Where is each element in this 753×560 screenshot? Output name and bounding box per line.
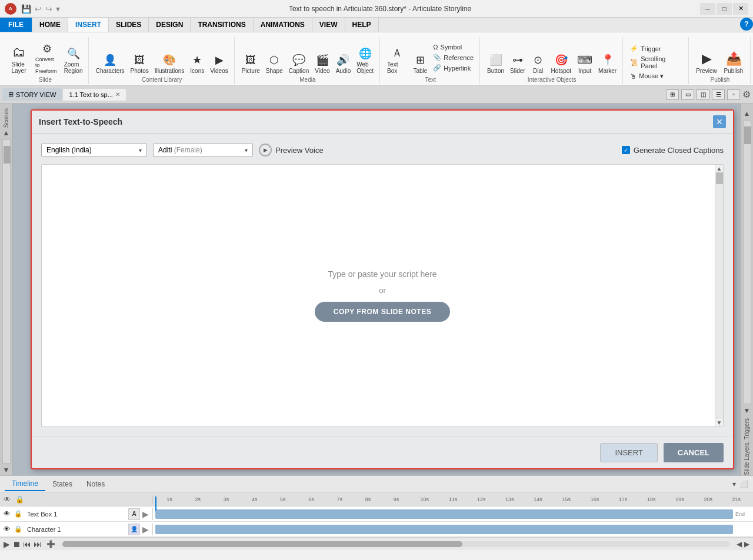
slider-button[interactable]: ⊶ Slider — [508, 52, 528, 75]
input-button[interactable]: ⌨ Input — [575, 52, 595, 75]
lock-character1-icon[interactable]: 🔒 — [14, 525, 22, 534]
slide-layer-button[interactable]: 🗂 SlideLayer — [6, 44, 32, 75]
hotspot-button[interactable]: 🎯 Hotspot — [549, 52, 574, 75]
view-normal-btn[interactable]: ⊞ — [666, 89, 679, 100]
prev-button[interactable]: ⏮ — [23, 539, 31, 549]
settings-button[interactable]: ⚙ — [742, 89, 751, 100]
add-layer-icon[interactable]: ➕ — [46, 540, 55, 548]
scrolling-panel-button[interactable]: 📜 Scrolling Panel — [628, 54, 685, 71]
preview-button[interactable]: ▶ Preview — [694, 50, 719, 75]
notes-tab[interactable]: Notes — [79, 478, 112, 491]
script-scroll-down[interactable]: ▼ — [715, 419, 723, 426]
copy-from-slide-notes-button[interactable]: COPY FROM SLIDE NOTES — [315, 302, 450, 322]
voice-dropdown[interactable]: Aditi (Female) ▾ — [153, 143, 253, 157]
textbox1-expand-icon[interactable]: ▶ — [142, 509, 149, 519]
view-small-btn[interactable]: ▫ — [727, 89, 740, 100]
right-scrollbar-thumb[interactable] — [744, 126, 751, 144]
eye-character1-icon[interactable]: 👁 — [4, 525, 12, 534]
script-scroll-thumb[interactable] — [716, 172, 723, 184]
scroll-down-left[interactable]: ▼ — [3, 466, 10, 474]
scroll-right-icon[interactable]: ▶ — [744, 540, 749, 548]
redo-icon[interactable]: ↪ — [45, 4, 52, 14]
preview-voice-button[interactable]: ▶ Preview Voice — [259, 144, 324, 156]
dialog-close-button[interactable]: ✕ — [713, 115, 726, 128]
view-wide-btn[interactable]: ◫ — [697, 89, 709, 100]
next-button[interactable]: ⏭ — [34, 539, 42, 549]
states-tab[interactable]: States — [45, 478, 79, 491]
eye-header-icon[interactable]: 👁 — [4, 495, 11, 504]
left-scrollbar-thumb[interactable] — [4, 146, 11, 164]
scroll-up-left[interactable]: ▲ — [3, 129, 10, 137]
closed-captions-checkbox[interactable]: ✓ — [622, 146, 630, 154]
table-button[interactable]: ⊞ Table — [411, 52, 429, 75]
undo-icon[interactable]: ↩ — [35, 4, 42, 14]
insert-button[interactable]: INSERT — [600, 443, 657, 462]
convert-freeform-button[interactable]: ⚙ Convert toFreeform — [33, 41, 61, 75]
view-notes-btn[interactable]: ☰ — [712, 89, 725, 100]
text-box-button[interactable]: Ａ Text Box — [385, 45, 409, 75]
timeline-collapse-button[interactable]: ▾ — [732, 480, 736, 488]
tab-slides[interactable]: SLIDES — [109, 18, 149, 32]
scroll-left-icon[interactable]: ◀ — [737, 540, 742, 548]
scroll-up-right[interactable]: ▲ — [744, 109, 751, 118]
tab-design[interactable]: DESIGN — [149, 18, 191, 32]
eye-textbox1-icon[interactable]: 👁 — [4, 510, 12, 518]
mouse-label: Mouse ▾ — [639, 72, 664, 80]
zoom-region-button[interactable]: 🔍 ZoomRegion — [62, 46, 85, 75]
tab-help[interactable]: HELP — [345, 18, 379, 32]
maximize-button[interactable]: □ — [717, 3, 732, 15]
timeline-scroll-thumb[interactable] — [62, 541, 462, 547]
right-panel-label[interactable]: Slide Layers, Triggers — [744, 418, 750, 475]
caption-button[interactable]: 💬 Caption — [286, 52, 311, 75]
dial-button[interactable]: ⊙ Dial — [529, 52, 548, 75]
reference-button[interactable]: 📎 Reference — [431, 52, 476, 62]
web-object-button[interactable]: 🌐 WebObject — [354, 46, 376, 75]
stop-button[interactable]: ⏹ — [12, 539, 21, 549]
tab-view[interactable]: VIEW — [312, 18, 345, 32]
slide-tab-close[interactable]: ✕ — [115, 91, 120, 98]
timeline-tab[interactable]: Timeline — [5, 477, 45, 491]
scroll-down-right[interactable]: ▼ — [744, 406, 751, 415]
trigger-button[interactable]: ⚡ Trigger — [628, 44, 685, 54]
picture-button[interactable]: 🖼 Picture — [239, 53, 262, 75]
lock-textbox1-icon[interactable]: 🔒 — [14, 510, 22, 518]
close-button[interactable]: ✕ — [733, 3, 748, 15]
play-button[interactable]: ▶ — [4, 539, 10, 549]
tab-animations[interactable]: ANIMATIONS — [254, 18, 312, 32]
minimize-button[interactable]: ─ — [700, 3, 715, 15]
dropdown-icon[interactable]: ▾ — [56, 4, 60, 14]
language-dropdown[interactable]: English (India) ▾ — [41, 143, 147, 157]
character1-expand-icon[interactable]: ▶ — [142, 525, 149, 534]
timeline-bottom: ▶ ⏹ ⏮ ⏭ ➕ ◀ ▶ — [0, 537, 753, 550]
lock-header-icon[interactable]: 🔒 — [15, 495, 24, 504]
characters-button[interactable]: 👤 Characters — [94, 52, 127, 75]
save-icon[interactable]: 💾 — [21, 4, 31, 14]
photos-button[interactable]: 🖼 Photos — [128, 53, 151, 75]
marker-button[interactable]: 📍 Marker — [596, 52, 619, 75]
videos-button[interactable]: ▶ Videos — [208, 52, 230, 75]
publish-button[interactable]: 📤 Publish — [721, 50, 747, 75]
tab-transitions[interactable]: TRANSITIONS — [191, 18, 253, 32]
symbol-button[interactable]: Ω Symbol — [431, 42, 476, 52]
cancel-button[interactable]: CANCEL — [664, 443, 724, 462]
scrolling-panel-icon: 📜 — [630, 59, 638, 66]
mouse-button[interactable]: 🖱 Mouse ▾ — [628, 71, 685, 81]
hyperlink-button[interactable]: 🔗 Hyperlink — [431, 63, 476, 73]
closed-captions-label: Generate Closed Captions — [634, 146, 724, 155]
timeline-expand-button[interactable]: ⬜ — [739, 480, 748, 488]
story-view-tab[interactable]: ⊞ STORY VIEW — [2, 88, 62, 101]
video-button[interactable]: 🎬 Video — [312, 52, 332, 75]
help-button[interactable]: ? — [740, 18, 753, 31]
script-area[interactable]: Type or paste your script here or COPY F… — [41, 164, 724, 427]
icons-button[interactable]: ★ Icons — [188, 52, 206, 75]
view-fit-btn[interactable]: ▭ — [681, 89, 694, 100]
tab-file[interactable]: FILE — [0, 18, 32, 32]
tab-insert[interactable]: INSERT — [68, 18, 109, 32]
button-button[interactable]: ⬜ Button — [485, 52, 507, 75]
illustrations-button[interactable]: 🎨 Illustrations — [152, 52, 187, 75]
shape-button[interactable]: ⬡ Shape — [264, 52, 285, 75]
tab-home[interactable]: HOME — [32, 18, 68, 32]
slide-tab[interactable]: 1.1 Text to sp... ✕ — [63, 89, 125, 101]
audio-button[interactable]: 🔊 Audio — [334, 52, 354, 75]
script-scroll-up[interactable]: ▲ — [715, 165, 723, 172]
